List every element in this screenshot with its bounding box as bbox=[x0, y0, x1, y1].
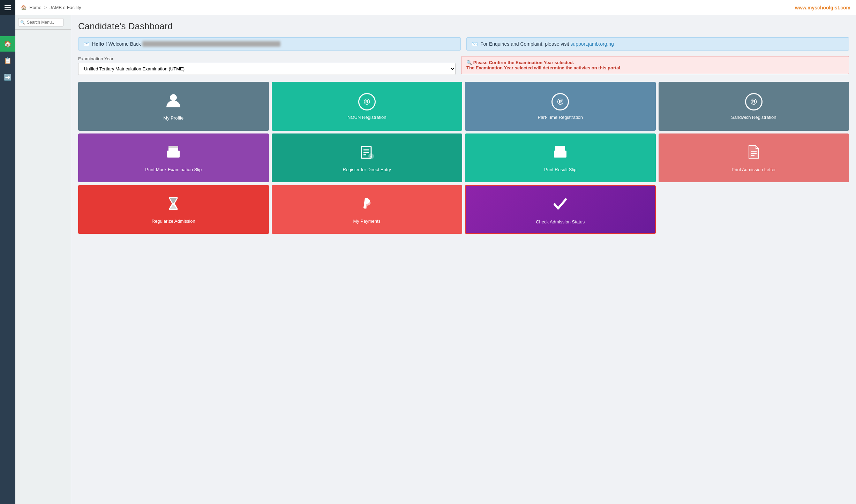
left-panel-search-area: 🔍 bbox=[15, 15, 71, 30]
card-noun-registration[interactable]: ® NOUN Registration bbox=[272, 82, 463, 131]
svg-point-0 bbox=[170, 94, 177, 101]
sidebar-item-logout[interactable]: ➡️ bbox=[0, 70, 15, 85]
card-print-result-slip-label: Print Result Slip bbox=[544, 167, 576, 172]
card-my-profile-label: My Profile bbox=[163, 115, 183, 121]
search-wrapper: 🔍 bbox=[18, 18, 68, 26]
dashboard-grid: My Profile ® NOUN Registration ® Part-Ti… bbox=[78, 82, 849, 234]
logout-icon: ➡️ bbox=[4, 74, 12, 81]
checkmark-icon bbox=[551, 194, 569, 215]
enquiry-banner: ✉️ For Enquiries and Complaint, please v… bbox=[466, 37, 849, 51]
printer-mock-icon bbox=[165, 144, 182, 163]
svg-rect-5 bbox=[168, 146, 178, 148]
watermark: www.myschoolgist.com bbox=[795, 5, 850, 10]
doc-icon bbox=[745, 144, 762, 163]
main-content: Candidate's Dashboard 📧 Hello ! Welcome … bbox=[71, 15, 856, 504]
exam-year-select[interactable]: Unified Tertiary Matriculation Examinati… bbox=[78, 63, 456, 75]
svg-point-6 bbox=[177, 152, 178, 153]
card-print-admission-letter-label: Print Admission Letter bbox=[732, 167, 776, 172]
svg-rect-3 bbox=[170, 153, 177, 155]
card-sandwich-registration-label: Sandwich Registration bbox=[731, 115, 776, 120]
card-part-time-registration[interactable]: ® Part-Time Registration bbox=[465, 82, 656, 131]
card-regularize-admission-label: Regularize Admission bbox=[152, 219, 195, 224]
exam-section: Examination Year Unified Tertiary Matric… bbox=[78, 56, 849, 75]
edit-icon bbox=[359, 144, 375, 163]
card-check-admission-status[interactable]: Check Admission Status bbox=[465, 185, 656, 234]
svg-point-18 bbox=[564, 152, 565, 153]
card-print-result-slip[interactable]: Print Result Slip bbox=[465, 133, 656, 182]
card-print-admission-letter[interactable]: Print Admission Letter bbox=[659, 133, 849, 182]
hourglass-icon bbox=[165, 195, 182, 214]
card-regularize-admission[interactable]: Regularize Admission bbox=[78, 185, 269, 234]
card-noun-registration-label: NOUN Registration bbox=[347, 115, 386, 120]
card-register-for-direct-entry-label: Register for Direct Entry bbox=[343, 167, 391, 172]
card-print-mock-examination-slip-label: Print Mock Examination Slip bbox=[145, 167, 202, 172]
svg-rect-17 bbox=[557, 155, 562, 157]
page-title: Candidate's Dashboard bbox=[78, 21, 849, 32]
breadcrumb-current: JAMB e-Facility bbox=[50, 5, 81, 10]
confirm-notice: 🔍 Please Confirm the Examination Year se… bbox=[461, 56, 849, 74]
card-register-for-direct-entry[interactable]: Register for Direct Entry bbox=[272, 133, 463, 182]
card-my-payments-label: My Payments bbox=[353, 219, 381, 224]
card-sandwich-registration[interactable]: ® Sandwich Registration bbox=[659, 82, 849, 131]
sidebar: 🏠 📋 ➡️ bbox=[0, 0, 15, 504]
home-breadcrumb-icon: 🏠 bbox=[21, 5, 27, 10]
card-my-profile[interactable]: My Profile bbox=[78, 82, 269, 131]
exam-year-block: Examination Year Unified Tertiary Matric… bbox=[78, 56, 456, 75]
search-notice-icon: 🔍 bbox=[466, 60, 472, 65]
exam-year-label: Examination Year bbox=[78, 56, 456, 61]
card-my-payments[interactable]: My Payments bbox=[272, 185, 463, 234]
card-print-mock-examination-slip[interactable]: Print Mock Examination Slip bbox=[78, 133, 269, 182]
mail-icon: ✉️ bbox=[472, 41, 478, 47]
home-icon: 🏠 bbox=[4, 40, 12, 48]
sidebar-item-registrations[interactable]: 📋 bbox=[0, 53, 15, 68]
part-time-registered-icon: ® bbox=[551, 93, 569, 110]
svg-rect-4 bbox=[170, 155, 175, 157]
printer-result-icon bbox=[552, 144, 569, 163]
paypal-icon bbox=[359, 195, 375, 214]
person-icon bbox=[165, 92, 182, 111]
breadcrumb-home[interactable]: Home bbox=[29, 5, 42, 10]
noun-registered-icon: ® bbox=[358, 93, 376, 110]
search-icon: 🔍 bbox=[20, 20, 25, 25]
sandwich-registered-icon: ® bbox=[745, 93, 763, 110]
enquiry-link[interactable]: support.jamb.org.ng bbox=[570, 41, 614, 47]
banner-row: 📧 Hello ! Welcome Back █████████████████… bbox=[78, 37, 849, 51]
hello-text: Hello ! Welcome Back ███████████████████… bbox=[92, 41, 280, 47]
card-check-admission-status-label: Check Admission Status bbox=[536, 219, 585, 224]
confirm-line1: Please Confirm the Examination Year sele… bbox=[473, 60, 574, 65]
confirm-line2: The Examination Year selected will deter… bbox=[466, 65, 622, 70]
list-icon: 📋 bbox=[4, 57, 12, 64]
breadcrumb-separator: > bbox=[44, 5, 47, 10]
blurred-username: ████████████████████████████████████████ bbox=[142, 41, 281, 47]
content-wrapper: 🔍 Candidate's Dashboard 📧 Hello ! Welcom… bbox=[15, 15, 856, 504]
left-panel: 🔍 bbox=[15, 15, 71, 504]
main-area: 🏠 Home > JAMB e-Facility www.myschoolgis… bbox=[15, 0, 856, 504]
envelope-icon: 📧 bbox=[83, 41, 89, 47]
topbar: 🏠 Home > JAMB e-Facility www.myschoolgis… bbox=[15, 0, 856, 15]
card-part-time-registration-label: Part-Time Registration bbox=[538, 115, 583, 120]
breadcrumb: 🏠 Home > JAMB e-Facility bbox=[21, 5, 81, 10]
sidebar-item-home[interactable]: 🏠 bbox=[0, 36, 15, 52]
enquiry-text: For Enquiries and Complaint, please visi… bbox=[480, 41, 614, 47]
svg-rect-16 bbox=[557, 153, 564, 155]
hello-banner: 📧 Hello ! Welcome Back █████████████████… bbox=[78, 37, 461, 51]
sidebar-menu-button[interactable] bbox=[0, 0, 15, 15]
